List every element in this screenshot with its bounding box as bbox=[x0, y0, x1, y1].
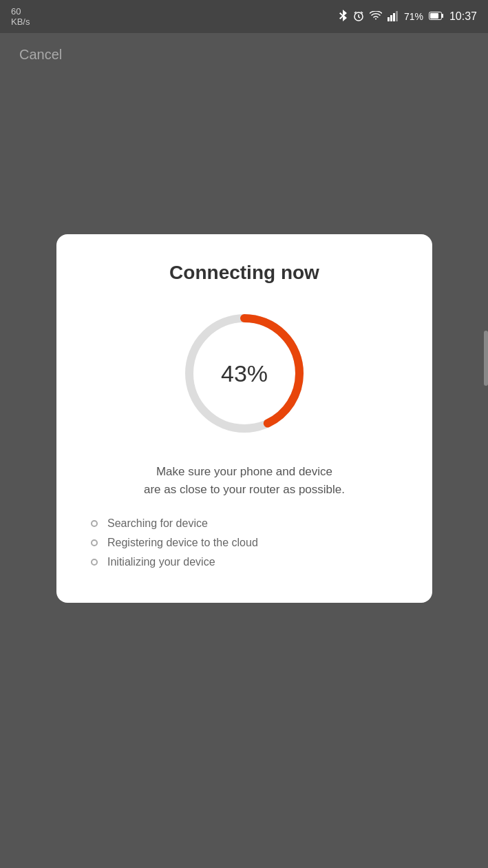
description-line1: Make sure your phone and device bbox=[156, 465, 332, 478]
status-time: 10:37 bbox=[449, 10, 477, 23]
list-item: Searching for device bbox=[91, 517, 412, 530]
list-item: Registering device to the cloud bbox=[91, 537, 412, 549]
step-bullet bbox=[91, 520, 98, 527]
wifi-icon bbox=[370, 11, 382, 23]
svg-rect-3 bbox=[393, 13, 395, 21]
status-speed-unit: KB/s bbox=[11, 17, 30, 27]
scroll-indicator bbox=[484, 331, 488, 386]
progress-circle-container: 43% bbox=[176, 304, 313, 442]
svg-rect-6 bbox=[430, 13, 438, 19]
alarm-icon bbox=[353, 10, 364, 23]
list-item: Initializing your device bbox=[91, 556, 412, 568]
battery-icon bbox=[429, 11, 444, 22]
steps-list: Searching for device Registering device … bbox=[77, 517, 412, 568]
battery-percent: 71% bbox=[404, 11, 423, 22]
svg-rect-4 bbox=[396, 11, 398, 21]
connecting-card: Connecting now 43% Make sure your phone … bbox=[56, 234, 432, 603]
step-bullet bbox=[91, 539, 98, 546]
card-title: Connecting now bbox=[169, 262, 319, 284]
status-speed-container: 60 KB/s bbox=[11, 6, 30, 27]
status-speed: 60 bbox=[11, 6, 21, 17]
step-label: Searching for device bbox=[107, 517, 208, 530]
status-bar: 60 KB/s bbox=[0, 0, 488, 33]
step-label: Registering device to the cloud bbox=[107, 537, 258, 549]
step-bullet bbox=[91, 559, 98, 566]
status-right: 71% 10:37 bbox=[338, 10, 477, 24]
step-label: Initializing your device bbox=[107, 556, 215, 568]
description-text: Make sure your phone and device are as c… bbox=[144, 463, 345, 498]
cancel-button[interactable]: Cancel bbox=[14, 41, 67, 68]
svg-rect-1 bbox=[388, 17, 390, 21]
bluetooth-icon bbox=[338, 10, 348, 24]
progress-percent-text: 43% bbox=[221, 360, 268, 387]
description-line2: are as close to your router as possible. bbox=[144, 483, 345, 496]
signal-icon bbox=[388, 10, 399, 23]
svg-rect-2 bbox=[390, 15, 392, 21]
